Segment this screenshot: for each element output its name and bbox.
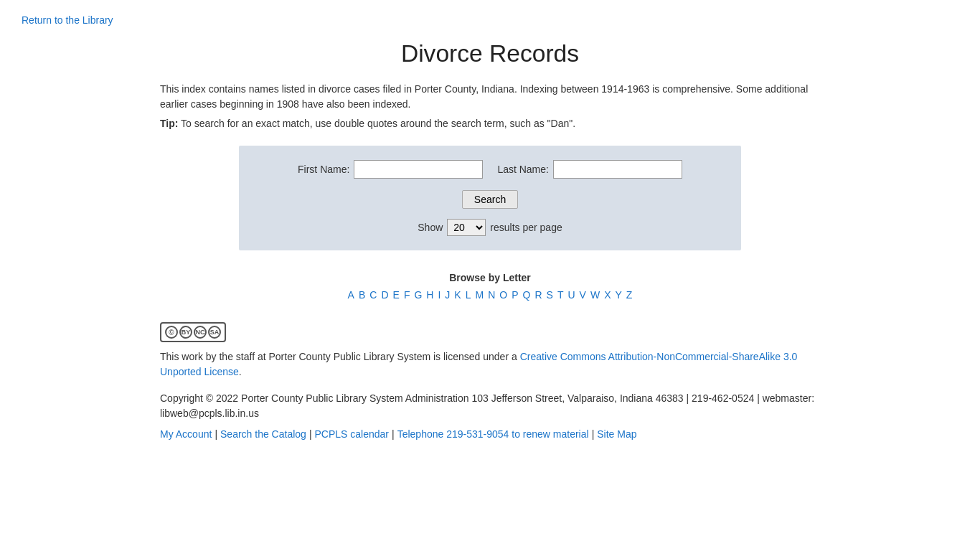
browse-by-letter-title: Browse by Letter [22, 272, 958, 283]
cc-sa-icon: SA [208, 326, 221, 339]
license-text: This work by the staff at Porter County … [160, 349, 820, 380]
results-per-page-row: Show 20 50 100 results per page [260, 219, 720, 236]
cc-section: © BY NC SA This work by the staff at Por… [160, 322, 820, 440]
browse-letter-P[interactable]: P [512, 289, 518, 301]
return-to-library-link[interactable]: Return to the Library [22, 14, 958, 26]
browse-letter-K[interactable]: K [454, 289, 461, 301]
search-box: First Name: Last Name: Search Show 20 50… [239, 146, 741, 250]
browse-letter-O[interactable]: O [499, 289, 507, 301]
browse-letter-Y[interactable]: Y [615, 289, 621, 301]
browse-letter-D[interactable]: D [381, 289, 388, 301]
tip-content: To search for an exact match, use double… [181, 118, 575, 129]
browse-letter-R[interactable]: R [534, 289, 542, 301]
cc-nc-icon: NC [194, 326, 207, 339]
license-period: . [239, 366, 242, 377]
last-name-label: Last Name: [497, 164, 549, 175]
browse-letter-N[interactable]: N [488, 289, 495, 301]
creative-commons-badge: © BY NC SA [160, 322, 226, 342]
first-name-input[interactable] [354, 160, 483, 179]
browse-letter-V[interactable]: V [580, 289, 586, 301]
tip-line: Tip: To search for an exact match, use d… [160, 116, 820, 131]
show-label: Show [418, 222, 443, 233]
copyright-text: Copyright © 2022 Porter County Public Li… [160, 391, 820, 421]
browse-letter-S[interactable]: S [547, 289, 553, 301]
footer-separator: | [592, 428, 595, 440]
browse-letter-G[interactable]: G [414, 289, 422, 301]
footer-link-1[interactable]: Search the Catalog [220, 428, 306, 440]
browse-letter-W[interactable]: W [590, 289, 600, 301]
results-per-page-select[interactable]: 20 50 100 [447, 219, 486, 236]
footer-link-2[interactable]: PCPLS calendar [315, 428, 390, 440]
footer-link-3[interactable]: Telephone 219-531-9054 to renew material [397, 428, 589, 440]
browse-letter-Z[interactable]: Z [626, 289, 633, 301]
browse-letter-L[interactable]: L [466, 289, 471, 301]
browse-letter-U[interactable]: U [567, 289, 575, 301]
first-name-field-group: First Name: [298, 160, 483, 179]
browse-letter-F[interactable]: F [404, 289, 410, 301]
browse-letter-A[interactable]: A [348, 289, 354, 301]
browse-letter-T[interactable]: T [557, 289, 564, 301]
first-name-label: First Name: [298, 164, 349, 175]
footer-link-4[interactable]: Site Map [597, 428, 636, 440]
footer-link-0[interactable]: My Account [160, 428, 212, 440]
search-fields-row: First Name: Last Name: [260, 160, 720, 179]
page-title: Divorce Records [22, 40, 958, 67]
browse-letter-C[interactable]: C [369, 289, 377, 301]
cc-by-icon: BY [179, 326, 192, 339]
cc-circle-icon: © [165, 326, 178, 339]
browse-letter-E[interactable]: E [393, 289, 400, 301]
browse-letter-Q[interactable]: Q [523, 289, 531, 301]
browse-letter-M[interactable]: M [476, 289, 484, 301]
browse-letter-J[interactable]: J [445, 289, 450, 301]
browse-letter-X[interactable]: X [604, 289, 611, 301]
cc-icon-row: © BY NC SA [160, 322, 820, 342]
browse-letter-I[interactable]: I [438, 289, 440, 301]
browse-letter-B[interactable]: B [359, 289, 365, 301]
alphabet-links: ABCDEFGHIJKLMNOPQRSTUVWXYZ [22, 289, 958, 301]
tip-label: Tip: [160, 118, 178, 129]
browse-section: Browse by Letter ABCDEFGHIJKLMNOPQRSTUVW… [22, 272, 958, 301]
footer-separator: | [309, 428, 312, 440]
search-button-row: Search [260, 190, 720, 209]
footer-separator: | [392, 428, 395, 440]
browse-letter-H[interactable]: H [426, 289, 433, 301]
footer-links: My Account | Search the Catalog | PCPLS … [160, 428, 820, 440]
last-name-input[interactable] [553, 160, 682, 179]
footer-separator: | [215, 428, 217, 440]
results-label: results per page [490, 222, 562, 233]
last-name-field-group: Last Name: [497, 160, 682, 179]
license-text-before: This work by the staff at Porter County … [160, 351, 517, 362]
search-button[interactable]: Search [462, 190, 518, 209]
page-description: This index contains names listed in divo… [160, 82, 820, 112]
